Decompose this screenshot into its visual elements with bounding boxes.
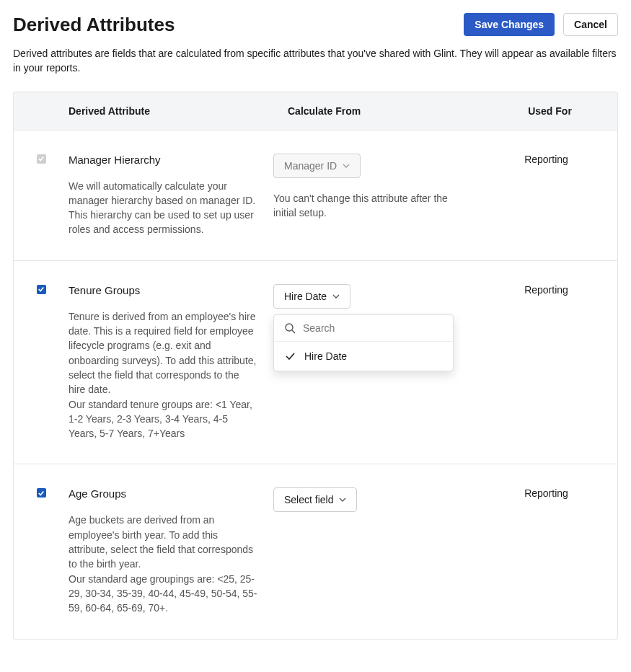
svg-point-0 [286, 324, 293, 331]
checkbox-manager-hierarchy [37, 154, 46, 164]
calc-select-manager: Manager ID [273, 154, 361, 178]
check-icon [284, 350, 296, 362]
cancel-button[interactable]: Cancel [563, 13, 618, 36]
column-calculate-from: Calculate From [288, 92, 482, 130]
row-desc-age-1: Age buckets are derived from an employee… [69, 513, 257, 571]
page-description: Derived attributes are fields that are c… [13, 46, 618, 76]
calc-dropdown-tenure: Hire Date [273, 314, 454, 371]
checkbox-tenure-groups[interactable] [37, 285, 46, 294]
row-desc-tenure-2: Our standard tenure groups are: <1 Year,… [69, 397, 257, 441]
dropdown-option-hire-date[interactable]: Hire Date [274, 342, 453, 371]
dropdown-search-row [274, 315, 453, 342]
dropdown-option-label: Hire Date [304, 350, 347, 362]
column-checkbox [14, 92, 69, 130]
calc-select-tenure[interactable]: Hire Date [273, 284, 350, 309]
calc-select-label: Manager ID [284, 160, 337, 172]
calc-helper-manager: You can't change this attribute after th… [273, 191, 450, 221]
row-title-tenure: Tenure Groups [69, 284, 257, 296]
calc-select-age[interactable]: Select field [273, 487, 357, 512]
table-header: Derived Attribute Calculate From Used Fo… [14, 92, 617, 131]
column-used-for: Used For [482, 92, 617, 130]
save-button[interactable]: Save Changes [464, 13, 555, 36]
search-icon [284, 322, 296, 334]
row-title-age: Age Groups [69, 487, 257, 500]
table-row-age-groups: Age Groups Age buckets are derived from … [14, 464, 617, 638]
row-desc-age-2: Our standard age groupings are: <25, 25-… [69, 572, 257, 616]
dropdown-search-input[interactable] [303, 322, 443, 334]
table-row-manager-hierarchy: Manager Hierarchy We will automatically … [14, 131, 617, 261]
used-for-tenure: Reporting [482, 284, 617, 296]
row-desc-tenure-1: Tenure is derived from an employee's hir… [69, 309, 257, 397]
table-row-tenure-groups: Tenure Groups Tenure is derived from an … [14, 261, 617, 465]
chevron-down-icon [343, 162, 350, 169]
check-icon [37, 490, 45, 497]
used-for-manager: Reporting [482, 154, 617, 165]
column-derived-attribute: Derived Attribute [69, 92, 288, 130]
chevron-down-icon [332, 293, 340, 300]
derived-attributes-table: Derived Attribute Calculate From Used Fo… [13, 92, 618, 640]
checkbox-age-groups[interactable] [37, 488, 46, 498]
chevron-down-icon [339, 496, 346, 503]
row-desc-manager: We will automatically calculate your man… [69, 179, 257, 237]
row-title-manager: Manager Hierarchy [69, 154, 257, 166]
header-actions: Save Changes Cancel [464, 13, 618, 36]
calc-select-label: Select field [284, 494, 333, 505]
check-icon [37, 286, 45, 293]
svg-line-1 [292, 330, 295, 333]
check-icon [37, 155, 45, 162]
calc-select-label: Hire Date [284, 291, 327, 302]
used-for-age: Reporting [482, 487, 617, 499]
page-title: Derived Attributes [13, 14, 175, 36]
